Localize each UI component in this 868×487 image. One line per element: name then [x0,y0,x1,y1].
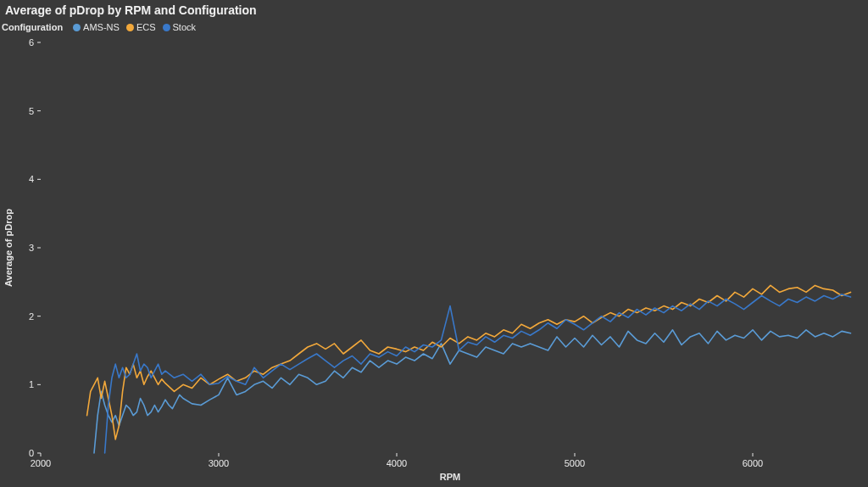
svg-text:2000: 2000 [31,458,51,468]
series-line-stock[interactable] [105,294,851,453]
chart-container: Average of pDrop by RPM and Configuratio… [0,0,868,487]
svg-text:5: 5 [29,106,34,116]
chart-svg: 012345620003000400050006000 Average of p… [0,0,868,487]
series-line-ecs[interactable] [87,285,851,439]
svg-text:6: 6 [29,37,34,48]
svg-text:3: 3 [29,243,34,253]
svg-text:3000: 3000 [209,458,229,468]
x-axis-label: RPM [440,472,460,482]
svg-text:0: 0 [29,448,34,458]
svg-text:1: 1 [29,379,34,389]
y-axis-label: Average of pDrop [3,209,14,287]
svg-text:6000: 6000 [743,458,763,468]
svg-text:4000: 4000 [387,458,407,468]
series-line-ams-ns[interactable] [94,330,851,453]
svg-text:2: 2 [29,311,34,322]
svg-text:5000: 5000 [565,458,585,468]
svg-text:4: 4 [29,174,34,184]
